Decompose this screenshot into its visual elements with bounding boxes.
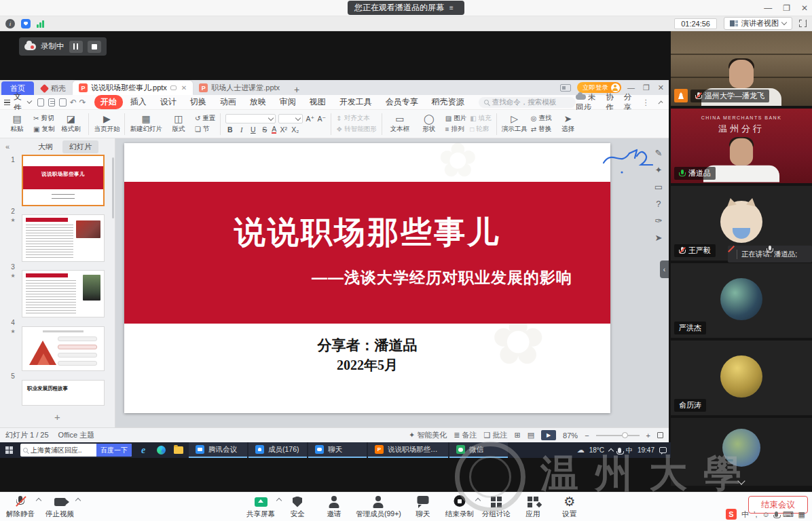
ime-language-indicator[interactable]: 中 [626, 446, 633, 455]
menu-item[interactable]: 放映 [244, 95, 272, 109]
tab-document-2[interactable]: P 职场人士进课堂.pptx [193, 81, 286, 95]
maximize-button[interactable]: ❐ [783, 3, 790, 13]
screen-share-banner[interactable]: 您正在观看潘道品的屏幕 ≡ [348, 1, 464, 15]
font-size-select[interactable] [278, 114, 303, 123]
zoom-in-icon[interactable]: + [646, 431, 650, 440]
menu-item[interactable]: 开始 [94, 95, 123, 109]
taskbar-app-wechat[interactable]: 微信 [449, 442, 508, 458]
toolbar-button[interactable]: 聊天 [408, 495, 438, 519]
chevron-up-icon[interactable] [36, 498, 41, 503]
taskbar-app-wps[interactable]: P说说职场那些事儿.pp... [368, 442, 448, 458]
taskbar-app-members[interactable]: 成员(176) [248, 442, 307, 458]
toolbar-button[interactable]: 管理成员(99+) [356, 495, 401, 519]
ime-voice-icon[interactable] [775, 512, 778, 517]
hamburger-icon[interactable] [4, 100, 10, 105]
theme-name[interactable]: Office 主题 [58, 430, 95, 440]
minimize-button[interactable]: — [764, 3, 772, 13]
toolbar-button[interactable]: 共享屏幕 [246, 495, 276, 519]
strikethrough-button[interactable]: S [260, 126, 269, 134]
share-button[interactable]: 分享 [624, 92, 633, 113]
video-tile-4[interactable]: 严洪杰 [671, 263, 812, 338]
tray-clock[interactable]: 19:47 [638, 446, 654, 454]
wps-close-button[interactable]: ✕ [658, 83, 664, 92]
tray-temperature[interactable]: 18°C [589, 446, 604, 454]
zoom-slider-knob[interactable] [622, 432, 628, 438]
tray-mic-icon[interactable] [618, 448, 621, 453]
unmute-button[interactable]: 解除静音 [5, 495, 35, 519]
chevron-up-icon[interactable] [276, 498, 282, 503]
sogou-ime-icon[interactable]: S [726, 509, 737, 520]
tab-document-active[interactable]: P 说说职场那些事儿.pptx ✕ [73, 81, 193, 95]
menu-item[interactable]: 动画 [214, 95, 242, 109]
new-tab-button[interactable]: + [286, 84, 308, 95]
menu-item[interactable]: 视图 [303, 95, 332, 109]
menu-item[interactable]: 稻壳资源 [426, 95, 470, 109]
annotate-pen-icon[interactable]: ✎ [654, 148, 662, 158]
save-icon[interactable] [37, 98, 44, 107]
close-tab-icon[interactable]: ✕ [181, 84, 187, 92]
collapse-tiles-icon[interactable] [737, 477, 745, 484]
menu-item[interactable]: 开发工具 [333, 95, 378, 109]
more-options-icon[interactable]: ⋮ [642, 98, 651, 107]
print-icon[interactable] [48, 98, 55, 107]
sync-status-button[interactable]: 未同步 [576, 92, 597, 113]
collapse-ribbon-icon[interactable] [658, 100, 663, 105]
slide-canvas[interactable]: ✿ ✿ ✿ 说说职场那些事儿 ——浅谈大学经历对职业发展的影响 分享者：潘道品 … [115, 138, 669, 427]
font-family-select[interactable] [225, 114, 276, 123]
format-painter-button[interactable]: ◪格式刷 [58, 111, 84, 138]
subscript-button[interactable]: X₂ [291, 126, 299, 134]
export-icon[interactable] [59, 98, 66, 107]
zoom-out-icon[interactable]: − [585, 431, 589, 440]
ink-pen-icon[interactable]: ✑ [654, 216, 662, 226]
video-tile-5[interactable]: 俞历涛 [671, 341, 812, 415]
normal-view-icon[interactable]: ⊞ [514, 431, 520, 440]
beautify-wand-icon[interactable]: ✦ [654, 165, 662, 175]
command-search-input[interactable]: 查找命令，搜索模板 [479, 97, 576, 108]
slide-thumbnail-1[interactable]: 1 说说职场那些事儿 [4, 155, 115, 206]
pause-recording-button[interactable] [69, 41, 83, 53]
wps-restore-button[interactable]: ❐ [643, 83, 650, 92]
slide-thumbnail-4[interactable]: 4★ [4, 317, 115, 371]
slide-thumbnail-5[interactable]: 5 职业发展历程故事 [4, 371, 115, 406]
window-split-icon[interactable] [560, 84, 571, 92]
comments-button[interactable]: ❑ 批注 [484, 430, 508, 440]
toolbar-button[interactable]: 安全 [282, 495, 312, 519]
info-icon[interactable]: i [5, 19, 15, 28]
arrange-button[interactable]: ≡排列 [445, 125, 466, 134]
copy-button[interactable]: ▣复制 [33, 125, 54, 134]
undo-icon[interactable]: ↶ [70, 98, 77, 107]
add-slide-button[interactable]: + [0, 411, 115, 423]
toolbar-button[interactable]: 结束录制 [445, 495, 475, 519]
ime-keyboard-icon[interactable]: ⌨ [783, 510, 794, 519]
paste-button[interactable]: ▤粘贴 [4, 111, 30, 138]
fullscreen-icon[interactable] [799, 20, 807, 27]
internet-explorer-icon[interactable]: e [134, 442, 152, 458]
tab-slides[interactable]: 幻灯片 [62, 140, 98, 153]
current-slide[interactable]: ✿ ✿ ✿ 说说职场那些事儿 ——浅谈大学经历对职业发展的影响 分享者：潘道品 … [124, 143, 610, 413]
shapes-button[interactable]: ◯形状 [416, 111, 442, 138]
view-mode-button[interactable]: 演讲者视图 [724, 17, 792, 30]
taskbar-search-box[interactable]: 上海黄浦区回应.. 百度一下 [20, 444, 132, 457]
italic-button[interactable]: I [237, 126, 246, 134]
taskbar-app-meeting[interactable]: 腾讯会议 [189, 442, 247, 458]
slide-thumbnail-3[interactable]: 3★ [4, 262, 115, 317]
video-tile-6[interactable] [671, 418, 812, 486]
tray-expand-icon[interactable] [608, 448, 614, 454]
collapse-panel-icon[interactable]: « [0, 142, 15, 151]
replace-button[interactable]: ⇄替换 [531, 125, 552, 134]
smart-beautify-icon[interactable]: ✦ 智能美化 [409, 430, 447, 440]
cut-button[interactable]: ✂剪切 [33, 114, 54, 123]
menu-item[interactable]: 设计 [154, 95, 183, 109]
help-icon[interactable]: ? [656, 199, 661, 209]
chevron-up-icon[interactable] [475, 498, 481, 503]
wps-minimize-button[interactable]: — [627, 83, 635, 92]
outline-button[interactable]: □轮廓 [470, 125, 491, 134]
notes-button[interactable]: ≣ 备注 [454, 430, 477, 440]
chevron-up-icon[interactable] [75, 498, 81, 503]
start-button[interactable] [0, 442, 18, 458]
toolbar-button[interactable]: 分组讨论 [481, 495, 511, 519]
toolbar-button[interactable]: 设置 [555, 495, 585, 519]
fill-button[interactable]: ◧填充 [470, 114, 491, 123]
notification-bubble-icon[interactable] [659, 447, 667, 453]
textbox-button[interactable]: ▭文本框 [387, 111, 413, 138]
